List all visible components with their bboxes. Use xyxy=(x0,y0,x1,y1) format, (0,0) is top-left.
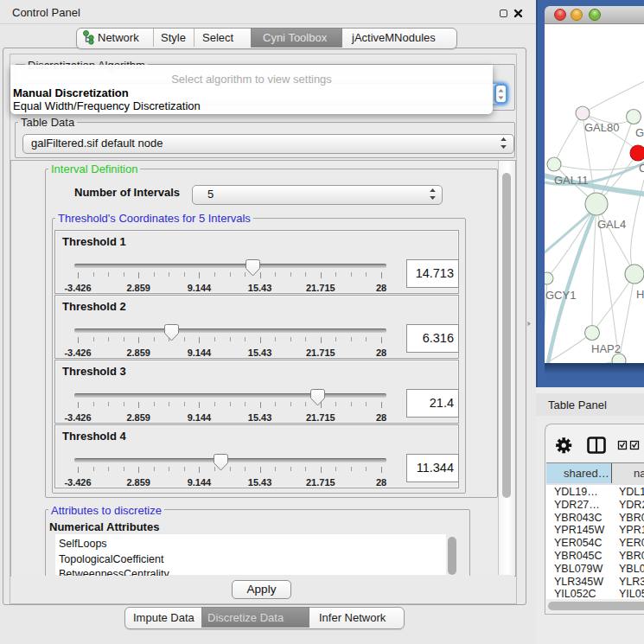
svg-text:GAL4: GAL4 xyxy=(597,218,626,231)
svg-text:C: C xyxy=(639,162,644,175)
svg-text:H: H xyxy=(636,288,644,301)
svg-text:GAL80: GAL80 xyxy=(584,121,619,134)
svg-text:GA: GA xyxy=(635,126,644,139)
svg-text:GCY1: GCY1 xyxy=(545,289,576,302)
svg-text:HAP2: HAP2 xyxy=(591,342,621,355)
svg-text:GAL11: GAL11 xyxy=(554,174,589,187)
